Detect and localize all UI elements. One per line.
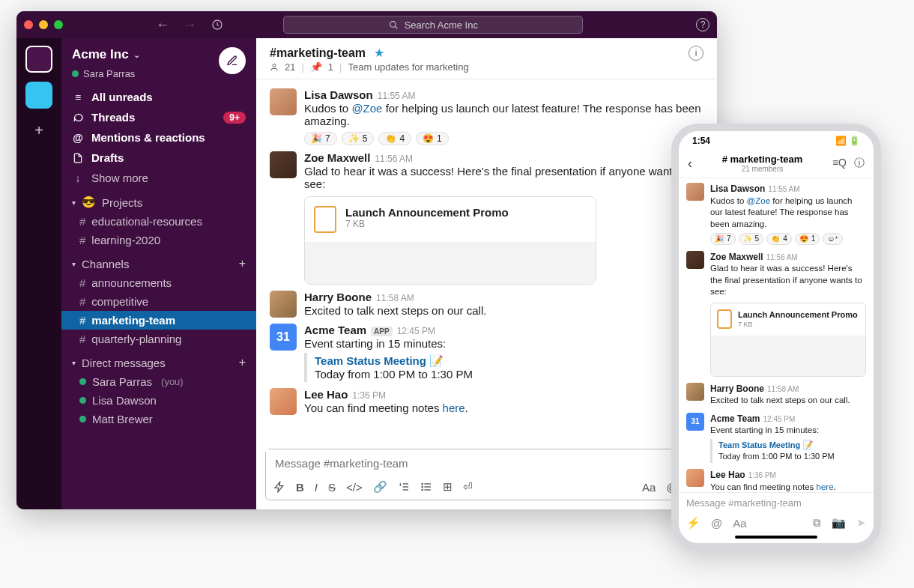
minimize-window-icon[interactable] [39,20,48,29]
avatar[interactable] [270,291,297,318]
message[interactable]: 31 Acme Team12:45 PM Event starting in 1… [686,413,866,463]
channel-competitive[interactable]: #competitive [61,292,256,311]
blockquote-button[interactable]: ⊞ [443,480,453,494]
message-input[interactable] [266,449,707,477]
file-attachment[interactable]: Launch Announcement Promo7 KB [710,303,866,377]
dm-matt-brewer[interactable]: Matt Brewer [61,410,256,428]
italic-button[interactable]: I [315,481,318,494]
workspace-switch-2[interactable] [25,82,52,109]
nav-drafts[interactable]: Drafts [61,148,256,168]
channel-learning-2020[interactable]: #learning-2020 [61,231,256,249]
strike-button[interactable]: S [328,481,336,494]
reaction[interactable]: 😍1 [795,233,820,245]
message[interactable]: Harry Boone11:58 AM Excited to talk next… [256,288,717,321]
message[interactable]: Zoe Maxwell11:56 AM Glad to hear it was … [256,148,717,288]
send-button[interactable]: ➤ [856,516,866,530]
channel-educational-resources[interactable]: #educational-resources [61,212,256,231]
avatar[interactable] [270,388,297,415]
reaction[interactable]: 🎉7 [710,233,736,245]
avatar[interactable] [686,469,704,487]
link[interactable]: here [443,401,465,414]
nav-threads[interactable]: Threads 9+ [61,107,256,127]
event-attachment[interactable]: Team Status Meeting 📝 Today from 1:00 PM… [710,439,866,463]
avatar[interactable] [270,151,297,178]
format-button[interactable]: Aa [733,517,746,530]
code-button[interactable]: </> [346,481,363,494]
reaction[interactable]: 🎉7 [304,132,337,145]
event-attachment[interactable]: Team Status Meeting 📝 Today from 1:00 PM… [304,353,703,382]
channel-quarterly-planning[interactable]: #quarterly-planning [61,330,256,348]
mention[interactable]: @Zoe [351,102,382,115]
avatar[interactable] [686,383,704,401]
bold-button[interactable]: B [296,481,304,494]
message[interactable]: Lisa Dawson11:55 AM Kudos to @Zoe for he… [256,85,717,148]
message[interactable]: Zoe Maxwell11:56 AM Glad to hear it was … [686,251,866,377]
add-dm-button[interactable]: + [239,356,246,369]
sender-name[interactable]: Zoe Maxwell [304,151,370,164]
reaction[interactable]: ✨5 [739,233,764,245]
members-icon[interactable] [270,63,279,72]
camera-button[interactable]: 📷 [832,516,846,530]
shortcuts-icon[interactable] [273,481,285,493]
calendar-icon[interactable]: 31 [686,413,704,431]
channel-title[interactable]: #marketing-team [270,46,366,59]
channel-details-icon[interactable]: i [688,46,703,61]
message[interactable]: Lisa Dawson11:55 AM Kudos to @Zoe for he… [686,183,866,245]
add-channel-button[interactable]: + [239,257,246,270]
dm-sara-parras[interactable]: Sara Parras(you) [61,372,256,391]
message-list[interactable]: Lisa Dawson11:55 AM Kudos to @Zoe for he… [256,79,717,444]
close-window-icon[interactable] [24,20,33,29]
section-projects[interactable]: ▾ 😎 Projects [61,188,256,212]
mobile-composer[interactable]: Message #marketing-team [679,492,874,512]
member-count[interactable]: 21 [285,61,295,73]
workspace-switch-1[interactable] [25,46,52,73]
message[interactable]: Harry Boone11:58 AM Excited to talk next… [686,383,866,407]
add-reaction-button[interactable]: ☺⁺ [823,233,843,245]
dm-lisa-dawson[interactable]: Lisa Dawson [61,391,256,410]
message[interactable]: Lee Hao1:36 PM You can find meeting note… [686,469,866,492]
nav-show-more[interactable]: ↓ Show more [61,168,256,188]
avatar[interactable] [686,251,704,269]
nav-mentions[interactable]: @ Mentions & reactions [61,127,256,148]
sender-name[interactable]: Acme Team [304,324,366,336]
calendar-icon[interactable]: 31 [270,324,297,351]
search-icon[interactable]: ≡Q [832,157,847,170]
reaction[interactable]: ✨5 [342,132,375,145]
section-direct-messages[interactable]: ▾ Direct messages + [61,348,256,372]
compose-button[interactable] [219,47,246,74]
reaction[interactable]: 👏4 [766,233,792,245]
channel-marketing-team[interactable]: #marketing-team [61,311,256,330]
avatar[interactable] [686,183,704,201]
file-attachment[interactable]: Launch Announcement Promo 7 KB [304,196,596,285]
section-channels[interactable]: ▾ Channels + [61,249,256,273]
nav-forward-button[interactable]: → [180,17,199,33]
sender-name[interactable]: Lisa Dawson [304,88,373,101]
search-input[interactable]: Search Acme Inc [283,16,583,34]
shortcuts-icon[interactable]: ⚡ [686,516,700,530]
sender-name[interactable]: Harry Boone [304,291,372,303]
mention-button[interactable]: @ [711,517,722,530]
nav-all-unreads[interactable]: ≡ All unreads [61,87,256,107]
history-icon[interactable] [211,19,223,31]
reaction[interactable]: 👏4 [378,132,411,145]
code-block-button[interactable]: ⏎ [463,480,473,494]
ordered-list-button[interactable] [398,481,410,493]
avatar[interactable] [270,88,297,115]
message[interactable]: 31 Acme TeamAPP12:45 PM Event starting i… [256,321,717,385]
pinned-count[interactable]: 1 [328,61,333,73]
nav-back-button[interactable]: ← [153,17,172,33]
add-workspace-button[interactable]: + [34,122,43,139]
star-icon[interactable]: ★ [374,46,384,59]
channel-title[interactable]: # marketing-team [692,154,832,165]
pin-icon[interactable]: 📌 [310,61,322,73]
link-button[interactable]: 🔗 [373,480,387,494]
mobile-message-list[interactable]: Lisa Dawson11:55 AM Kudos to @Zoe for he… [679,178,874,492]
info-icon[interactable]: ⓘ [854,157,865,170]
message[interactable]: Lee Hao1:36 PM You can find meeting note… [256,385,717,418]
attach-button[interactable]: ⧉ [813,516,821,530]
sender-name[interactable]: Lee Hao [304,388,348,401]
bullet-list-button[interactable] [420,481,432,493]
channel-topic[interactable]: Team updates for marketing [348,61,468,73]
channel-announcements[interactable]: #announcements [61,273,256,292]
help-icon[interactable]: ? [696,18,709,31]
